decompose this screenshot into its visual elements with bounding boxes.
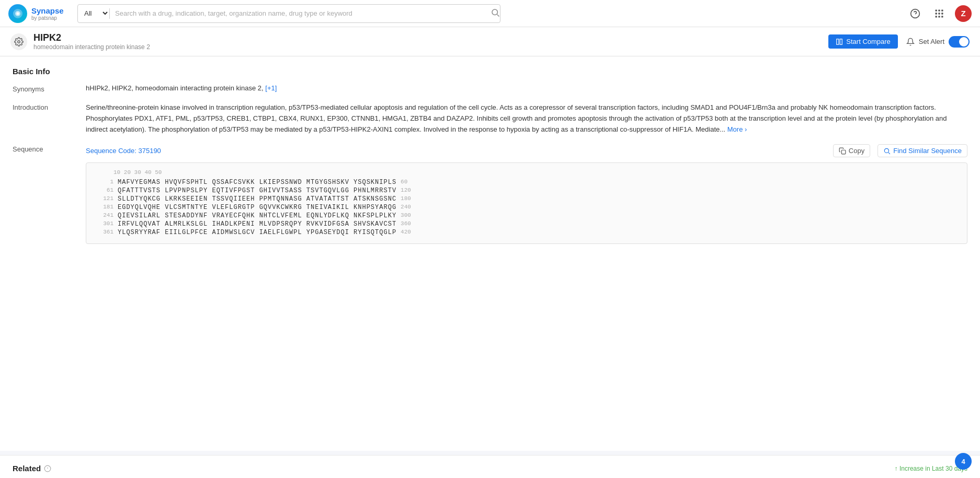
top-navigation: Synapse by patsnap All [0, 0, 980, 27]
logo: Synapse by patsnap [8, 4, 71, 23]
sequence-header: Sequence Code: 375190 Copy [86, 144, 967, 157]
svg-rect-13 [936, 16, 937, 17]
search-input[interactable] [115, 9, 481, 17]
svg-rect-11 [938, 13, 940, 14]
seq-line-1: 1 MAFVYEGMAS HVQVFSPHTL QSSAFCSVKK LKIEP… [95, 179, 959, 186]
help-icon[interactable] [907, 5, 924, 22]
bottom-badge[interactable]: 4 [955, 453, 972, 470]
svg-point-2 [17, 12, 19, 15]
search-icon[interactable] [491, 8, 500, 19]
user-avatar[interactable]: Z [955, 5, 972, 22]
svg-rect-7 [936, 9, 937, 11]
related-header: Related ↑ Increase in Last 30 days [13, 464, 967, 473]
seq-line-6: 301 IRFVLQQVAT ALMRLKSLGL IHADLKPENI MLV… [95, 220, 959, 228]
entity-name-area: HIPK2 homeodomain interacting protein ki… [33, 32, 150, 51]
seq-actions: Copy Find Similar Sequence [833, 144, 967, 157]
main-content: Basic Info Synonyms hHIPk2, HIPK2, homeo… [0, 56, 980, 451]
apps-icon[interactable] [931, 5, 948, 22]
entity-name: HIPK2 [33, 32, 150, 43]
nav-icons: Z [907, 5, 972, 22]
search-input-wrap [110, 9, 486, 17]
entity-settings-icon [10, 33, 27, 50]
seq-line-4: 181 EGDYQLVQHE VLCSMTNTYE VLEFLGRGTР GQV… [95, 204, 959, 211]
svg-rect-17 [837, 39, 839, 44]
more-link[interactable]: More › [727, 125, 747, 133]
svg-rect-18 [840, 39, 842, 44]
synonyms-value: hHIPk2, HIPK2, homeodomain interacting p… [86, 84, 967, 92]
search-bar: All [77, 4, 500, 23]
svg-rect-10 [936, 13, 937, 14]
svg-rect-15 [941, 16, 943, 17]
sequence-row: Sequence Sequence Code: 375190 Copy [13, 144, 967, 249]
related-title: Related [13, 464, 51, 473]
search-filter-dropdown[interactable]: All [78, 9, 109, 18]
synonyms-row: Synonyms hHIPk2, HIPK2, homeodomain inte… [13, 84, 967, 93]
sequence-content: Sequence Code: 375190 Copy [86, 144, 967, 244]
logo-icon [8, 4, 27, 23]
alert-toggle[interactable] [949, 36, 970, 48]
introduction-row: Introduction Serine/threonine-protein ki… [13, 102, 967, 135]
svg-rect-8 [938, 9, 940, 11]
logo-subtitle: by patsnap [31, 15, 64, 21]
entity-subtitle: homeodomain interacting protein kinase 2 [33, 43, 150, 51]
logo-text-area: Synapse by patsnap [31, 6, 64, 21]
seq-line-5: 241 QIEVSILARL STESADDYNF VRAYECFQHK NHT… [95, 212, 959, 219]
set-alert-row: Set Alert [906, 36, 970, 48]
svg-point-16 [18, 40, 20, 43]
introduction-text: Serine/threonine-protein kinase involved… [86, 103, 947, 133]
svg-rect-9 [941, 9, 943, 11]
logo-name: Synapse [31, 6, 64, 15]
introduction-value: Serine/threonine-protein kinase involved… [86, 102, 967, 135]
sequence-label: Sequence [13, 144, 86, 153]
svg-point-3 [492, 9, 498, 15]
svg-rect-19 [841, 150, 846, 154]
introduction-label: Introduction [13, 102, 86, 111]
synonyms-label: Synonyms [13, 84, 86, 93]
set-alert-label: Set Alert [919, 38, 944, 45]
synonyms-text: hHIPk2, HIPK2, homeodomain interacting p… [86, 84, 264, 92]
entity-actions: Start Compare Set Alert [828, 34, 970, 49]
sequence-box[interactable]: 10 20 30 40 50 1 MAFVYEGMAS HVQVFSPHTL Q… [86, 162, 967, 244]
toggle-knob [959, 37, 968, 46]
svg-rect-14 [938, 16, 940, 17]
entity-left: HIPK2 homeodomain interacting protein ki… [10, 32, 150, 51]
find-similar-sequence-button[interactable]: Find Similar Sequence [878, 144, 967, 157]
copy-button[interactable]: Copy [833, 144, 870, 157]
svg-line-4 [497, 15, 499, 17]
synonyms-more-link[interactable]: [+1] [265, 84, 277, 92]
svg-point-20 [885, 148, 889, 153]
entity-header: HIPK2 homeodomain interacting protein ki… [0, 27, 980, 56]
start-compare-button[interactable]: Start Compare [828, 34, 898, 49]
seq-line-3: 121 SLLDTYQKCG LKRKSEEIEN TSSVQIIEEH PPM… [95, 195, 959, 203]
sequence-code[interactable]: Sequence Code: 375190 [86, 147, 161, 155]
section-title-basic-info: Basic Info [13, 67, 967, 76]
seq-ruler: 10 20 30 40 50 [95, 169, 959, 176]
svg-rect-12 [941, 13, 943, 14]
seq-line-2: 61 QFATTTVSTS LPVPNPSLPY EQTIVFPGST GHIV… [95, 187, 959, 194]
svg-line-21 [888, 153, 890, 154]
seq-line-7: 361 YLQSRYYRAF EIILGLPFCE AIDMWSLGCV IAE… [95, 229, 959, 236]
related-section: Related ↑ Increase in Last 30 days 💊 Dru… [0, 455, 980, 478]
